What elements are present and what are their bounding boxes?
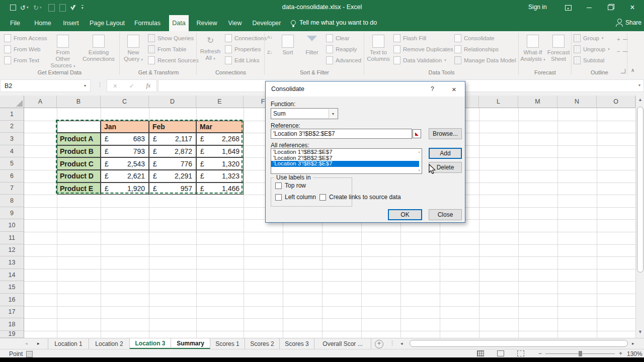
row-header-5[interactable]: 5: [0, 157, 24, 170]
ok-button[interactable]: OK: [388, 209, 422, 220]
column-header-A[interactable]: A: [24, 96, 57, 108]
sheet-tab-summary[interactable]: Summary: [171, 338, 210, 349]
subtotal-button[interactable]: Subtotal: [574, 55, 604, 65]
row-header-7[interactable]: 7: [0, 183, 24, 195]
close-button[interactable]: Close: [429, 209, 462, 220]
minimize-button[interactable]: [579, 0, 600, 15]
sign-in-link[interactable]: Sign in: [528, 4, 547, 11]
tell-me-box[interactable]: Tell me what you want to do: [291, 19, 377, 26]
from-other-sources-button[interactable]: From Other Sources ▾: [48, 33, 77, 69]
function-select[interactable]: Sum ▾: [271, 108, 338, 119]
row-header-18[interactable]: 18: [0, 318, 24, 331]
new-sheet-button[interactable]: +: [375, 340, 383, 348]
create-links-checkbox[interactable]: [319, 194, 326, 201]
reference-list-item-3[interactable]: 'Location 3'!$B$2:$E$7: [271, 161, 419, 167]
refresh-all-button[interactable]: ↻ Refresh All ▾: [198, 33, 223, 62]
row-header-11[interactable]: 11: [0, 232, 24, 244]
all-references-listbox[interactable]: ▴ ▾ 'Location 1'!$B$2:$E$7'Location 2'!$…: [271, 148, 422, 174]
insert-function-icon[interactable]: fx: [146, 82, 150, 89]
row-header-1[interactable]: 1: [0, 108, 24, 121]
what-if-analysis-button[interactable]: What-If Analysis ▾: [520, 33, 546, 63]
dialog-help-icon[interactable]: ?: [431, 85, 434, 93]
column-header-L[interactable]: L: [479, 96, 518, 108]
scroll-up-icon[interactable]: ▲: [637, 97, 643, 102]
column-header-D[interactable]: D: [149, 96, 196, 108]
sort-ascending-button[interactable]: A↓: [267, 35, 273, 40]
manage-data-model-button[interactable]: Manage Data Model: [454, 55, 516, 65]
macro-record-icon[interactable]: [26, 351, 33, 357]
sheet-tab-overall-scor[interactable]: Overall Scor ...: [314, 338, 371, 349]
column-header-M[interactable]: M: [518, 96, 557, 108]
page-break-view-icon[interactable]: [517, 350, 524, 356]
row-header-8[interactable]: 8: [0, 195, 24, 207]
sheet-nav-left-icon[interactable]: ◂: [25, 341, 28, 346]
outline-dialog-launcher[interactable]: [621, 69, 625, 73]
close-window-button[interactable]: ×: [622, 0, 643, 15]
cancel-entry-icon[interactable]: ×: [113, 82, 117, 90]
row-header-2[interactable]: 2: [0, 121, 24, 133]
row-header-10[interactable]: 10: [0, 219, 24, 232]
filter-button[interactable]: Filter: [301, 33, 323, 56]
horizontal-scrollbar-thumb[interactable]: [410, 340, 628, 347]
existing-connections-button[interactable]: Existing Connections: [79, 33, 118, 62]
sheet-tab-location-1[interactable]: Location 1: [48, 338, 89, 349]
row-header-6[interactable]: 6: [0, 170, 24, 183]
row-header-4[interactable]: 4: [0, 145, 24, 158]
group-button[interactable]: Group ▾: [574, 33, 603, 43]
dialog-close-icon[interactable]: ×: [452, 85, 456, 94]
add-button[interactable]: Add: [429, 148, 462, 159]
tab-data[interactable]: Data: [169, 15, 189, 31]
select-all-corner[interactable]: [0, 96, 24, 108]
row-header-17[interactable]: 17: [0, 306, 24, 319]
advanced-button[interactable]: Advanced: [326, 55, 361, 65]
sheet-tab-location-3[interactable]: Location 3: [130, 338, 171, 349]
sheet-nav-right-icon[interactable]: ▸: [37, 341, 40, 346]
vertical-scrollbar[interactable]: ▲ ▼: [635, 96, 644, 338]
hscroll-right-icon[interactable]: ▸: [632, 341, 634, 346]
ribbon-display-options-button[interactable]: ▴: [557, 0, 579, 15]
row-header-19[interactable]: 19: [0, 331, 24, 338]
relationships-button[interactable]: Relationships: [454, 44, 499, 54]
enter-entry-icon[interactable]: ✓: [129, 82, 134, 89]
share-button[interactable]: Share: [616, 19, 641, 27]
hide-detail-button[interactable]: −: [617, 46, 628, 56]
ungroup-button[interactable]: Ungroup ▾: [574, 44, 610, 54]
browse-button[interactable]: Browse...: [429, 128, 462, 139]
scroll-down-icon[interactable]: ▼: [637, 329, 643, 334]
listbox-scroll-down-icon[interactable]: ▾: [418, 168, 420, 172]
function-dropdown-icon[interactable]: ▾: [329, 109, 337, 118]
clear-button[interactable]: Clear: [326, 33, 349, 43]
zoom-in-icon[interactable]: +: [619, 350, 622, 357]
row-header-15[interactable]: 15: [0, 281, 24, 294]
left-column-checkbox[interactable]: [275, 194, 282, 201]
column-header-B[interactable]: B: [57, 96, 101, 108]
show-queries-button[interactable]: Show Queries: [148, 33, 194, 43]
tab-page-layout[interactable]: Page Layout: [88, 15, 126, 31]
column-header-O[interactable]: O: [597, 96, 635, 108]
sheet-tab-location-2[interactable]: Location 2: [89, 338, 130, 349]
column-header-E[interactable]: E: [196, 96, 244, 108]
show-detail-button[interactable]: +: [617, 34, 628, 44]
forecast-sheet-button[interactable]: Forecast Sheet: [547, 33, 570, 62]
row-header-16[interactable]: 16: [0, 294, 24, 306]
reference-list-item-1[interactable]: 'Location 1'!$B$2:$E$7: [271, 149, 419, 155]
reference-input[interactable]: 'Location 3'!$B$2:$E$7: [271, 129, 412, 139]
row-header-14[interactable]: 14: [0, 269, 24, 282]
column-header-N[interactable]: N: [557, 96, 597, 108]
normal-view-icon[interactable]: [477, 350, 484, 356]
edit-links-button[interactable]: Edit Links: [225, 55, 260, 65]
reapply-button[interactable]: Reapply: [326, 44, 357, 54]
properties-button[interactable]: Properties: [225, 44, 261, 54]
row-header-12[interactable]: 12: [0, 244, 24, 257]
from-access-button[interactable]: From Access: [4, 33, 47, 43]
tab-review[interactable]: Review: [194, 15, 220, 31]
vertical-scrollbar-thumb[interactable]: [637, 107, 643, 273]
connections-button[interactable]: Connections: [225, 33, 267, 43]
top-row-checkbox[interactable]: [275, 183, 282, 189]
collapse-ribbon-button[interactable]: ∧: [631, 67, 634, 73]
consolidate-button[interactable]: Consolidate: [454, 33, 495, 43]
page-layout-view-icon[interactable]: [497, 350, 504, 356]
row-header-9[interactable]: 9: [0, 207, 24, 220]
zoom-out-icon[interactable]: −: [538, 350, 542, 357]
sheet-tab-scores-3[interactable]: Scores 3: [280, 338, 314, 349]
